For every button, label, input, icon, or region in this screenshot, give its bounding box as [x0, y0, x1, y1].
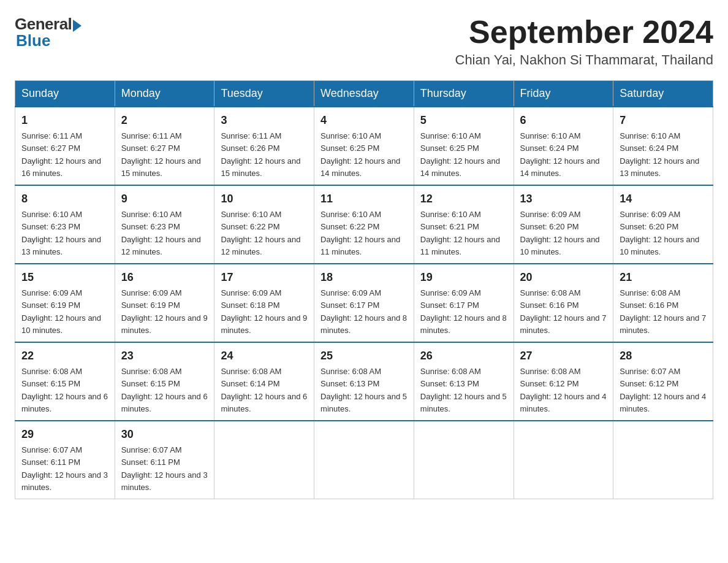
day-number: 13 [520, 191, 607, 207]
header-monday: Monday [115, 81, 214, 107]
day-number: 1 [21, 112, 108, 129]
calendar-cell: 16 Sunrise: 6:09 AMSunset: 6:19 PMDaylig… [115, 264, 214, 342]
calendar-cell: 28 Sunrise: 6:07 AMSunset: 6:12 PMDaylig… [613, 342, 713, 421]
day-number: 3 [221, 112, 308, 129]
month-title: September 2024 [455, 15, 714, 50]
day-info: Sunrise: 6:08 AMSunset: 6:14 PMDaylight:… [221, 367, 307, 413]
day-number: 4 [320, 112, 408, 129]
calendar-cell [514, 421, 613, 499]
day-info: Sunrise: 6:10 AMSunset: 6:23 PMDaylight:… [121, 210, 201, 256]
day-number: 28 [620, 348, 707, 364]
day-info: Sunrise: 6:11 AMSunset: 6:27 PMDaylight:… [121, 131, 201, 178]
calendar-cell: 7 Sunrise: 6:10 AMSunset: 6:24 PMDayligh… [613, 107, 713, 185]
header-tuesday: Tuesday [214, 81, 314, 107]
page-header: General Blue September 2024 Chian Yai, N… [15, 15, 713, 68]
calendar-cell: 15 Sunrise: 6:09 AMSunset: 6:19 PMDaylig… [15, 264, 115, 342]
logo: General Blue [15, 15, 82, 50]
calendar-cell [314, 421, 414, 499]
day-info: Sunrise: 6:07 AMSunset: 6:12 PMDaylight:… [620, 367, 706, 413]
day-number: 15 [21, 269, 108, 286]
logo-arrow-icon [73, 20, 82, 32]
day-number: 16 [121, 269, 208, 286]
calendar-cell: 30 Sunrise: 6:07 AMSunset: 6:11 PMDaylig… [115, 421, 214, 499]
day-info: Sunrise: 6:10 AMSunset: 6:21 PMDaylight:… [420, 210, 500, 256]
week-row-1: 1 Sunrise: 6:11 AMSunset: 6:27 PMDayligh… [15, 107, 713, 185]
day-info: Sunrise: 6:08 AMSunset: 6:16 PMDaylight:… [520, 288, 607, 335]
day-info: Sunrise: 6:09 AMSunset: 6:19 PMDaylight:… [21, 288, 101, 335]
calendar-cell: 23 Sunrise: 6:08 AMSunset: 6:15 PMDaylig… [115, 342, 214, 421]
calendar-cell: 17 Sunrise: 6:09 AMSunset: 6:18 PMDaylig… [214, 264, 314, 342]
day-number: 14 [620, 191, 707, 207]
day-info: Sunrise: 6:10 AMSunset: 6:22 PMDaylight:… [221, 210, 300, 256]
logo-blue-text: Blue [16, 31, 50, 50]
day-number: 24 [221, 348, 308, 364]
day-info: Sunrise: 6:10 AMSunset: 6:25 PMDaylight:… [420, 131, 500, 178]
day-info: Sunrise: 6:07 AMSunset: 6:11 PMDaylight:… [21, 445, 108, 492]
day-number: 29 [21, 426, 108, 443]
calendar-cell: 10 Sunrise: 6:10 AMSunset: 6:22 PMDaylig… [214, 185, 314, 264]
header-saturday: Saturday [613, 81, 713, 107]
day-number: 23 [121, 348, 208, 364]
calendar-cell: 12 Sunrise: 6:10 AMSunset: 6:21 PMDaylig… [414, 185, 514, 264]
calendar-table: SundayMondayTuesdayWednesdayThursdayFrid… [15, 80, 713, 499]
week-row-2: 8 Sunrise: 6:10 AMSunset: 6:23 PMDayligh… [15, 185, 713, 264]
calendar-cell: 19 Sunrise: 6:09 AMSunset: 6:17 PMDaylig… [414, 264, 514, 342]
day-number: 19 [420, 269, 507, 286]
day-number: 6 [520, 112, 607, 129]
calendar-cell: 11 Sunrise: 6:10 AMSunset: 6:22 PMDaylig… [314, 185, 414, 264]
day-number: 9 [121, 191, 208, 207]
calendar-cell [613, 421, 713, 499]
location-title: Chian Yai, Nakhon Si Thammarat, Thailand [455, 52, 714, 68]
calendar-cell: 2 Sunrise: 6:11 AMSunset: 6:27 PMDayligh… [115, 107, 214, 185]
day-info: Sunrise: 6:11 AMSunset: 6:27 PMDaylight:… [21, 131, 101, 178]
calendar-cell: 22 Sunrise: 6:08 AMSunset: 6:15 PMDaylig… [15, 342, 115, 421]
day-number: 27 [520, 348, 607, 364]
calendar-cell: 25 Sunrise: 6:08 AMSunset: 6:13 PMDaylig… [314, 342, 414, 421]
header-wednesday: Wednesday [314, 81, 414, 107]
header-row: SundayMondayTuesdayWednesdayThursdayFrid… [15, 81, 713, 107]
day-info: Sunrise: 6:08 AMSunset: 6:16 PMDaylight:… [620, 288, 706, 335]
day-number: 20 [520, 269, 607, 286]
day-info: Sunrise: 6:11 AMSunset: 6:26 PMDaylight:… [221, 131, 300, 178]
day-info: Sunrise: 6:09 AMSunset: 6:18 PMDaylight:… [221, 288, 307, 335]
day-number: 22 [21, 348, 108, 364]
day-info: Sunrise: 6:08 AMSunset: 6:13 PMDaylight:… [420, 367, 507, 413]
day-info: Sunrise: 6:10 AMSunset: 6:25 PMDaylight:… [320, 131, 400, 178]
calendar-cell: 14 Sunrise: 6:09 AMSunset: 6:20 PMDaylig… [613, 185, 713, 264]
day-number: 25 [320, 348, 408, 364]
calendar-cell: 4 Sunrise: 6:10 AMSunset: 6:25 PMDayligh… [314, 107, 414, 185]
day-number: 2 [121, 112, 208, 129]
calendar-cell: 18 Sunrise: 6:09 AMSunset: 6:17 PMDaylig… [314, 264, 414, 342]
day-number: 17 [221, 269, 308, 286]
day-number: 5 [420, 112, 507, 129]
day-info: Sunrise: 6:09 AMSunset: 6:20 PMDaylight:… [520, 210, 600, 256]
day-info: Sunrise: 6:08 AMSunset: 6:12 PMDaylight:… [520, 367, 607, 413]
day-info: Sunrise: 6:09 AMSunset: 6:20 PMDaylight:… [620, 210, 699, 256]
calendar-cell: 8 Sunrise: 6:10 AMSunset: 6:23 PMDayligh… [15, 185, 115, 264]
calendar-cell: 13 Sunrise: 6:09 AMSunset: 6:20 PMDaylig… [514, 185, 613, 264]
header-friday: Friday [514, 81, 613, 107]
calendar-cell: 3 Sunrise: 6:11 AMSunset: 6:26 PMDayligh… [214, 107, 314, 185]
day-info: Sunrise: 6:10 AMSunset: 6:22 PMDaylight:… [320, 210, 400, 256]
header-thursday: Thursday [414, 81, 514, 107]
calendar-cell: 9 Sunrise: 6:10 AMSunset: 6:23 PMDayligh… [115, 185, 214, 264]
day-number: 11 [320, 191, 408, 207]
day-info: Sunrise: 6:10 AMSunset: 6:23 PMDaylight:… [21, 210, 101, 256]
day-info: Sunrise: 6:10 AMSunset: 6:24 PMDaylight:… [620, 131, 699, 178]
calendar-cell: 29 Sunrise: 6:07 AMSunset: 6:11 PMDaylig… [15, 421, 115, 499]
day-number: 26 [420, 348, 507, 364]
day-info: Sunrise: 6:10 AMSunset: 6:24 PMDaylight:… [520, 131, 600, 178]
day-info: Sunrise: 6:08 AMSunset: 6:15 PMDaylight:… [121, 367, 208, 413]
day-number: 18 [320, 269, 408, 286]
calendar-cell [414, 421, 514, 499]
day-number: 10 [221, 191, 308, 207]
calendar-cell: 6 Sunrise: 6:10 AMSunset: 6:24 PMDayligh… [514, 107, 613, 185]
day-number: 12 [420, 191, 507, 207]
calendar-cell: 1 Sunrise: 6:11 AMSunset: 6:27 PMDayligh… [15, 107, 115, 185]
calendar-cell: 26 Sunrise: 6:08 AMSunset: 6:13 PMDaylig… [414, 342, 514, 421]
week-row-5: 29 Sunrise: 6:07 AMSunset: 6:11 PMDaylig… [15, 421, 713, 499]
day-info: Sunrise: 6:08 AMSunset: 6:15 PMDaylight:… [21, 367, 108, 413]
day-number: 21 [620, 269, 707, 286]
day-number: 8 [21, 191, 108, 207]
day-number: 7 [620, 112, 707, 129]
